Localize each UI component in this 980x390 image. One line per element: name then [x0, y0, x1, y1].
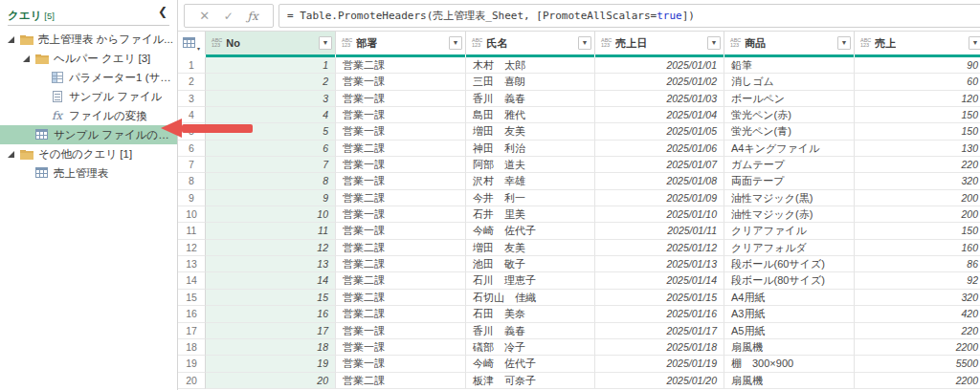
cell-氏名[interactable]: 石切山 佳織	[466, 290, 595, 306]
tree-expander-icon[interactable]	[23, 55, 30, 62]
row-number-cell[interactable]: 14	[178, 272, 206, 289]
cell-売上日[interactable]: 2025/01/15	[595, 290, 724, 306]
cell-売上日[interactable]: 2025/01/02	[595, 74, 724, 90]
filter-dropdown-icon[interactable]: ▼	[969, 36, 980, 50]
cell-売上日[interactable]: 2025/01/07	[595, 157, 724, 173]
cell-氏名[interactable]: 島田 雅代	[466, 107, 595, 123]
row-number-cell[interactable]: 3	[178, 91, 206, 107]
cell-部署[interactable]: 営業一課	[336, 91, 466, 107]
cell-氏名[interactable]: 石田 美奈	[466, 306, 595, 322]
cell-商品[interactable]: 段ボール(80サイズ)	[724, 272, 855, 289]
row-number-cell[interactable]: 17	[178, 323, 206, 339]
cell-売上日[interactable]: 2025/01/20	[595, 373, 724, 389]
cell-氏名[interactable]: 石川 理恵子	[466, 272, 595, 289]
cell-部署[interactable]: 営業一課	[336, 74, 466, 90]
cell-商品[interactable]: 消しゴム	[724, 74, 855, 90]
cell-氏名[interactable]: 沢村 幸雄	[466, 173, 595, 189]
corner-dropdown-icon[interactable]: ▾	[197, 45, 200, 54]
cell-商品[interactable]: 扇風機	[724, 339, 855, 356]
cell-売上[interactable]: 5500	[855, 356, 980, 372]
cell-商品[interactable]: 鉛筆	[724, 57, 855, 74]
cell-商品[interactable]: A5用紙	[724, 323, 855, 339]
cell-部署[interactable]: 営業一課	[336, 206, 466, 223]
cell-氏名[interactable]: 香川 義春	[466, 323, 595, 339]
cell-売上日[interactable]: 2025/01/11	[595, 223, 724, 239]
cell-No[interactable]: 20	[206, 373, 336, 389]
row-number-cell[interactable]: 15	[178, 290, 206, 306]
cell-No[interactable]: 8	[206, 173, 336, 189]
cell-氏名[interactable]: 阿部 道夫	[466, 157, 595, 173]
cell-売上日[interactable]: 2025/01/10	[595, 206, 724, 223]
cell-部署[interactable]: 営業二課	[336, 240, 466, 256]
filter-dropdown-icon[interactable]: ▼	[578, 36, 591, 50]
cell-部署[interactable]: 営業二課	[336, 290, 466, 306]
row-number-cell[interactable]: 18	[178, 339, 206, 356]
cell-氏名[interactable]: 礒部 冷子	[466, 339, 595, 356]
cell-No[interactable]: 14	[206, 272, 336, 289]
cell-No[interactable]: 16	[206, 306, 336, 322]
row-number-cell[interactable]: 9	[178, 190, 206, 206]
confirm-formula-icon[interactable]: ✓	[224, 10, 234, 23]
cell-商品[interactable]: A4用紙	[724, 290, 855, 306]
select-all-corner-cell[interactable]: ▾	[178, 32, 206, 54]
cell-売上日[interactable]: 2025/01/14	[595, 272, 724, 289]
cell-商品[interactable]: ガムテープ	[724, 157, 855, 173]
cell-商品[interactable]: クリアファイル	[724, 223, 855, 239]
cell-部署[interactable]: 営業二課	[336, 57, 466, 74]
cell-売上[interactable]: 130	[855, 141, 980, 157]
cell-氏名[interactable]: 今井 利一	[466, 190, 595, 206]
cell-売上[interactable]: 86	[855, 256, 980, 272]
formula-input[interactable]: = Table.PromoteHeaders(売上管理表_Sheet, [Pro…	[278, 4, 980, 28]
cell-部署[interactable]: 営業一課	[336, 223, 466, 239]
cell-売上[interactable]: 92	[855, 272, 980, 289]
cell-売上[interactable]: 60	[855, 74, 980, 90]
row-number-cell[interactable]: 13	[178, 256, 206, 272]
cell-売上[interactable]: 2200	[855, 339, 980, 356]
cell-氏名[interactable]: 木村 太郎	[466, 57, 595, 74]
cell-氏名[interactable]: 石井 里美	[466, 206, 595, 223]
cell-売上日[interactable]: 2025/01/09	[595, 190, 724, 206]
row-number-cell[interactable]: 7	[178, 157, 206, 173]
column-header-No[interactable]: ABC123No▼	[206, 32, 336, 54]
filter-dropdown-icon[interactable]: ▼	[449, 36, 462, 50]
cell-売上日[interactable]: 2025/01/08	[595, 173, 724, 189]
cell-氏名[interactable]: 香川 義春	[466, 91, 595, 107]
row-number-cell[interactable]: 20	[178, 373, 206, 389]
row-number-cell[interactable]: 2	[178, 74, 206, 90]
cell-No[interactable]: 9	[206, 190, 336, 206]
column-header-売上日[interactable]: ABC123売上日▼	[595, 32, 724, 54]
cell-売上[interactable]: 320	[855, 290, 980, 306]
row-number-cell[interactable]: 8	[178, 173, 206, 189]
cell-商品[interactable]: 段ボール(60サイズ)	[724, 256, 855, 272]
row-number-cell[interactable]: 1	[178, 57, 206, 74]
cell-売上日[interactable]: 2025/01/06	[595, 141, 724, 157]
column-header-商品[interactable]: ABC123商品▼	[724, 32, 855, 54]
query-tree-item[interactable]: その他のクエリ [1]	[0, 144, 177, 163]
fx-icon[interactable]: ƒx	[247, 10, 257, 23]
cell-No[interactable]: 11	[206, 223, 336, 239]
cell-氏名[interactable]: 増田 友美	[466, 123, 595, 140]
cell-氏名[interactable]: 板津 可奈子	[466, 373, 595, 389]
cell-売上[interactable]: 150	[855, 123, 980, 140]
cell-氏名[interactable]: 神田 利治	[466, 141, 595, 157]
cell-商品[interactable]: 蛍光ペン(赤)	[724, 107, 855, 123]
cell-売上[interactable]: 420	[855, 306, 980, 322]
query-tree-item[interactable]: 売上管理表 からファイル...	[0, 30, 177, 49]
cell-売上[interactable]: 2200	[855, 373, 980, 389]
cell-No[interactable]: 17	[206, 323, 336, 339]
cell-商品[interactable]: 蛍光ペン(青)	[724, 123, 855, 140]
cell-商品[interactable]: 棚 300×900	[724, 356, 855, 372]
cell-部署[interactable]: 営業二課	[336, 306, 466, 322]
cell-売上日[interactable]: 2025/01/04	[595, 107, 724, 123]
cell-氏名[interactable]: 今崎 佐代子	[466, 356, 595, 372]
cell-売上日[interactable]: 2025/01/01	[595, 57, 724, 74]
cell-No[interactable]: 18	[206, 339, 336, 356]
cell-商品[interactable]: ボールペン	[724, 91, 855, 107]
column-header-部署[interactable]: ABC123部署▼	[336, 32, 466, 54]
row-number-cell[interactable]: 11	[178, 223, 206, 239]
cell-売上[interactable]: 220	[855, 323, 980, 339]
query-tree-item[interactable]: パラメーター1 (サンプ...	[0, 68, 177, 87]
cell-売上[interactable]: 150	[855, 223, 980, 239]
query-tree-item[interactable]: サンプル ファイル	[0, 87, 177, 106]
cell-No[interactable]: 2	[206, 74, 336, 90]
